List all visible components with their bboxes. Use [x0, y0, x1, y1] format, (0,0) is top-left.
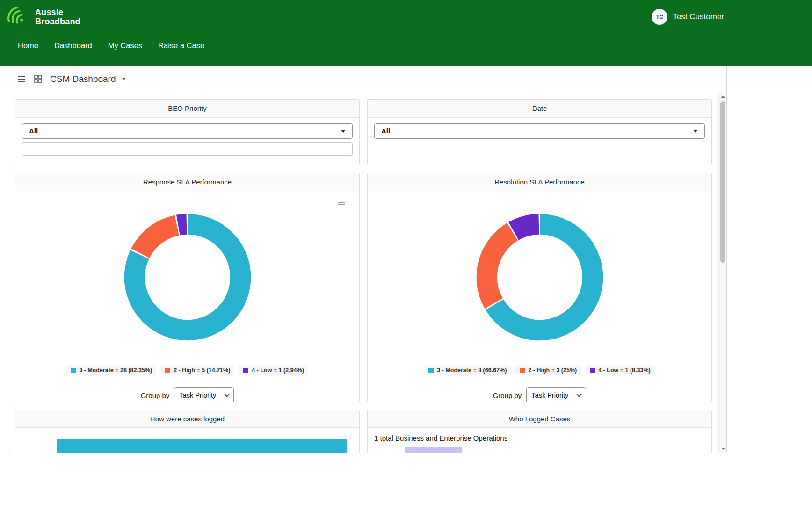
bar-cases-logged — [57, 439, 347, 453]
avatar: TC — [652, 9, 667, 25]
group-by-select[interactable]: Task Priority — [526, 387, 586, 402]
brand-line1: Aussie — [35, 7, 80, 17]
app-header: Aussie Broadband Home Dashboard My Cases… — [0, 0, 812, 66]
group-by-label: Group by — [493, 391, 522, 399]
panel-title: Response SLA Performance — [15, 173, 359, 191]
legend-item-high[interactable]: 2 - High = 5 (14.71%) — [161, 365, 234, 375]
panel-title: Who Logged Cases — [368, 410, 711, 428]
panel-response-sla: Response SLA Performance 3 - Moderate = … — [15, 173, 360, 402]
chart-context-menu-icon[interactable] — [336, 199, 346, 209]
scrollbar-up-arrow[interactable] — [719, 93, 726, 101]
legend-item-low[interactable]: 4 - Low = 1 (2.94%) — [239, 365, 308, 375]
legend-label: 2 - High = 5 (14.71%) — [174, 367, 230, 374]
aussie-broadband-logo-icon — [7, 5, 31, 29]
dashboard-scroll-viewport: BEO Priority All Date All — [8, 93, 726, 453]
dashboard-grid: BEO Priority All Date All — [8, 93, 726, 453]
panel-beo-priority: BEO Priority All — [15, 99, 360, 165]
nav-item-dashboard[interactable]: Dashboard — [54, 41, 92, 50]
panel-title: BEO Priority — [15, 100, 359, 118]
chart-legend: 3 - Moderate = 28 (82.35%) 2 - High = 5 … — [15, 365, 359, 375]
legend-item-low[interactable]: 4 - Low = 1 (8.33%) — [586, 365, 655, 375]
brand-line2: Broadband — [35, 17, 80, 26]
brand-text: Aussie Broadband — [35, 7, 80, 26]
panel-date: Date All — [367, 99, 712, 165]
vertical-scrollbar — [718, 93, 726, 453]
panel-title: Date — [368, 100, 711, 118]
panel-title: Resolution SLA Performance — [368, 173, 711, 191]
beo-priority-dropdown[interactable]: All — [22, 123, 353, 139]
legend-swatch — [165, 368, 170, 373]
chart-legend: 3 - Moderate = 8 (66.67%) 2 - High = 3 (… — [368, 365, 711, 375]
scrollbar-down-arrow[interactable] — [719, 445, 726, 453]
beo-priority-value: All — [29, 127, 38, 135]
legend-label: 3 - Moderate = 8 (66.67%) — [437, 367, 507, 374]
legend-item-moderate[interactable]: 3 - Moderate = 8 (66.67%) — [424, 365, 511, 375]
beo-priority-search-input[interactable] — [22, 142, 353, 156]
main-nav: Home Dashboard My Cases Raise a Case — [18, 41, 204, 50]
legend-swatch — [428, 368, 434, 373]
dashboard-grid-icon[interactable] — [34, 75, 42, 83]
dashboard-toolbar: CSM Dashboard — [8, 66, 726, 92]
nav-item-home[interactable]: Home — [18, 41, 38, 50]
panel-who-logged: Who Logged Cases 1 total Business and En… — [367, 410, 712, 453]
group-by-label: Group by — [141, 391, 170, 399]
bar-who-logged — [405, 447, 462, 453]
legend-label: 4 - Low = 1 (8.33%) — [598, 367, 651, 374]
legend-swatch — [590, 368, 595, 373]
legend-swatch — [243, 368, 248, 373]
user-menu[interactable]: TC Test Customer — [652, 9, 724, 25]
nav-item-raise-a-case[interactable]: Raise a Case — [158, 41, 204, 50]
user-name: Test Customer — [673, 12, 724, 22]
date-dropdown[interactable]: All — [374, 123, 705, 139]
legend-label: 3 - Moderate = 28 (82.35%) — [79, 367, 152, 374]
legend-item-high[interactable]: 2 - High = 3 (25%) — [515, 365, 581, 375]
panel-resolution-sla: Resolution SLA Performance 3 - Moderate … — [367, 173, 712, 402]
response-sla-donut-chart — [120, 210, 255, 345]
chevron-down-icon — [122, 78, 126, 80]
chevron-down-icon — [693, 130, 698, 133]
legend-swatch — [71, 368, 76, 373]
legend-swatch — [520, 368, 525, 373]
legend-item-moderate[interactable]: 3 - Moderate = 28 (82.35%) — [66, 365, 156, 375]
panel-title: How were cases logged — [15, 410, 359, 428]
group-by-row: Group by Task Priority — [15, 387, 359, 402]
legend-label: 2 - High = 3 (25%) — [528, 367, 577, 374]
resolution-sla-donut-chart — [472, 210, 607, 345]
group-by-select[interactable]: Task Priority — [174, 387, 234, 402]
brand[interactable]: Aussie Broadband — [7, 5, 80, 29]
dashboard-picker[interactable]: CSM Dashboard — [50, 74, 126, 84]
nav-item-my-cases[interactable]: My Cases — [108, 41, 142, 50]
chevron-down-icon — [341, 130, 346, 133]
panel-cases-logged: How were cases logged — [15, 410, 360, 453]
dashboard-card: CSM Dashboard BEO Priority All Date — [8, 66, 727, 453]
who-logged-total-label: 1 total Business and Enterprise Operatio… — [374, 434, 705, 442]
scrollbar-thumb[interactable] — [720, 101, 725, 263]
sidebar-toggle-icon[interactable] — [16, 73, 27, 85]
legend-label: 4 - Low = 1 (2.94%) — [252, 367, 304, 374]
group-by-row: Group by Task Priority — [368, 387, 711, 402]
date-value: All — [381, 127, 390, 135]
page-title: CSM Dashboard — [50, 74, 116, 84]
